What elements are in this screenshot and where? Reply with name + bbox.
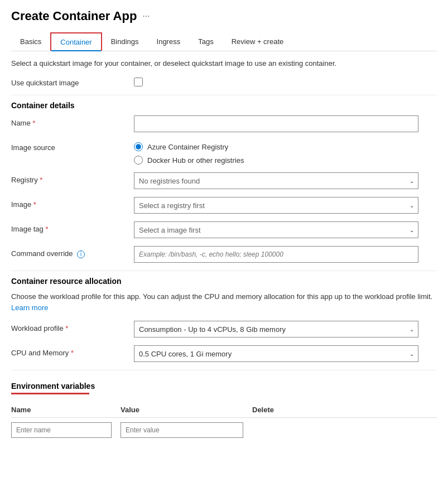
container-details-section-title: Container details [11,101,437,110]
image-tag-label: Image tag [11,221,134,233]
tab-basics[interactable]: Basics [11,32,50,51]
image-source-acr[interactable]: Azure Container Registry [134,142,418,151]
registry-select-wrapper: No registries found ⌄ [134,172,418,189]
quickstart-label: Use quickstart image [11,75,134,87]
env-column-delete: Delete [252,406,297,414]
tab-navigation: Basics Container Bindings Ingress Tags R… [11,32,437,51]
image-source-acr-label: Azure Container Registry [147,143,228,151]
page-subtitle: Select a quickstart image for your conta… [11,59,437,67]
tab-review-create[interactable]: Review + create [223,32,293,51]
image-source-docker[interactable]: Docker Hub or other registries [134,156,418,165]
cpu-memory-label: CPU and Memory [11,345,134,357]
quickstart-checkbox[interactable] [134,78,143,86]
workload-profile-select[interactable]: Consumption - Up to 4 vCPUs, 8 Gib memor… [134,321,418,337]
resource-allocation-desc: Choose the workload profile for this app… [11,291,437,313]
page-title: Create Container App [11,9,137,23]
tab-ingress[interactable]: Ingress [148,32,190,51]
workload-profile-label: Workload profile [11,321,134,332]
cpu-memory-select[interactable]: 0.5 CPU cores, 1 Gi memory [134,345,418,362]
env-section-underline [11,393,89,394]
learn-more-link[interactable]: Learn more [11,303,48,312]
image-source-docker-label: Docker Hub or other registries [147,156,244,165]
tab-tags[interactable]: Tags [189,32,222,51]
workload-profile-select-wrapper: Consumption - Up to 4 vCPUs, 8 Gib memor… [134,321,418,337]
cpu-memory-select-wrapper: 0.5 CPU cores, 1 Gi memory ⌄ [134,345,418,362]
env-table-header: Name Value Delete [11,402,437,418]
env-variable-row [11,422,437,438]
env-name-input[interactable] [11,422,112,438]
registry-select[interactable]: No registries found [134,172,418,189]
image-source-label: Image source [11,140,134,152]
image-tag-select-wrapper: Select a image first ⌄ [134,221,418,238]
env-variables-section-title: Environment variables [11,382,437,390]
tab-container[interactable]: Container [50,32,102,51]
image-label: Image [11,197,134,209]
tab-bindings[interactable]: Bindings [102,32,148,51]
env-column-name: Name [11,406,112,414]
image-tag-select[interactable]: Select a image first [134,221,418,238]
ellipsis-menu-button[interactable]: ··· [142,11,150,21]
env-column-value: Value [121,406,243,414]
image-source-group: Azure Container Registry Docker Hub or o… [134,140,418,165]
resource-allocation-section-title: Container resource allocation [11,277,437,286]
image-select[interactable]: Select a registry first [134,197,418,214]
registry-label: Registry [11,172,134,184]
image-select-wrapper: Select a registry first ⌄ [134,197,418,214]
command-override-input[interactable] [134,246,418,263]
env-value-input[interactable] [121,422,243,438]
command-override-info-icon[interactable]: i [77,250,85,258]
name-label: Name [11,115,134,127]
command-override-label: Command override i [11,246,134,258]
name-input[interactable] [134,115,418,132]
